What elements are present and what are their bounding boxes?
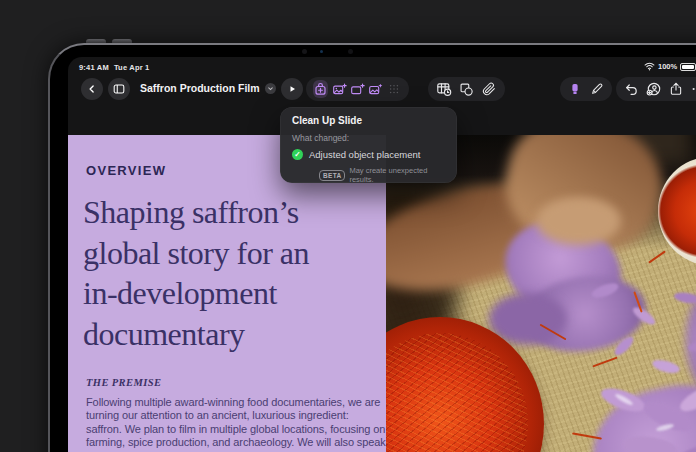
slide-subheading: THE PREMISE — [86, 377, 161, 388]
play-button[interactable] — [281, 78, 303, 100]
add-image-ai-button[interactable] — [331, 80, 346, 98]
ai-tools-group — [306, 77, 409, 101]
add-slide-ai-button[interactable] — [350, 80, 365, 98]
share-button[interactable] — [668, 80, 685, 98]
play-icon — [286, 83, 298, 95]
paperclip-icon — [482, 82, 496, 96]
pen-icon — [590, 82, 604, 96]
status-time-date: 9:41 AM Tue Apr 1 — [79, 63, 149, 72]
add-media-ai-button[interactable] — [368, 80, 383, 98]
pen-tool-button[interactable] — [589, 80, 606, 98]
front-camera — [302, 49, 307, 54]
status-indicators: 100% — [644, 62, 696, 71]
slide-navigator-button[interactable] — [108, 78, 130, 100]
photo-decoration — [536, 197, 621, 245]
headline-line: documentary — [83, 314, 309, 355]
clean-up-slide-button[interactable] — [313, 80, 328, 98]
status-time: 9:41 AM — [79, 63, 109, 72]
shapes-icon — [459, 82, 474, 97]
document-title[interactable]: Saffron Production Film — [140, 82, 276, 94]
draw-tools-group — [560, 77, 612, 101]
more-button[interactable] — [690, 80, 696, 98]
screen: 9:41 AM Tue Apr 1 100% — [68, 57, 696, 452]
headline-line: Shaping saffron’s — [83, 192, 309, 233]
checkmark-icon: ✓ — [292, 149, 303, 160]
media-sparkle-icon — [368, 82, 383, 97]
attachment-button[interactable] — [480, 80, 498, 98]
table-chart-button[interactable] — [435, 80, 453, 98]
clean-up-slide-popover: Clean Up Slide What changed: ✓ Adjusted … — [280, 107, 457, 183]
status-date: Tue Apr 1 — [114, 63, 150, 72]
share-icon — [669, 82, 683, 96]
table-clock-icon — [436, 81, 452, 97]
back-button[interactable] — [81, 78, 103, 100]
marker-icon — [568, 82, 582, 96]
battery-icon — [680, 63, 696, 71]
undo-icon — [624, 82, 639, 97]
image-sparkle-icon — [332, 82, 347, 97]
beta-badge: BETA — [319, 170, 345, 181]
insert-tools-group — [428, 77, 505, 101]
headline-line: global story for an — [83, 233, 309, 274]
more-tools-handle[interactable] — [387, 80, 402, 98]
headline-line: in-development — [83, 273, 309, 314]
ipad-device-frame: 9:41 AM Tue Apr 1 100% — [48, 43, 696, 452]
battery-percent: 100% — [658, 62, 677, 71]
beta-note: May create unexpected results. — [349, 166, 445, 184]
camera-sensor — [320, 50, 323, 53]
slide-navigator-icon — [112, 82, 126, 96]
actions-group — [616, 77, 696, 101]
popover-beta-row: BETA May create unexpected results. — [319, 166, 445, 184]
marker-tool-button[interactable] — [567, 80, 584, 98]
wifi-icon — [644, 62, 655, 71]
ellipsis-icon — [691, 82, 696, 96]
slide-headline: Shaping saffron’s global story for an in… — [83, 192, 309, 354]
popover-title: Clean Up Slide — [292, 115, 445, 126]
slide-eyebrow: OVERVIEW — [86, 163, 166, 178]
chevron-down-icon[interactable] — [265, 83, 276, 94]
document-title-label: Saffron Production Film — [140, 82, 260, 94]
stage: 9:41 AM Tue Apr 1 100% — [0, 0, 696, 452]
camera-sensor — [348, 49, 353, 54]
collaborate-button[interactable] — [645, 80, 662, 98]
slide-sparkle-icon — [350, 82, 365, 97]
collaborate-icon — [646, 81, 662, 97]
slide-body-text: Following multiple award-winning food do… — [86, 396, 386, 452]
popover-subtitle: What changed: — [292, 133, 445, 143]
shapes-button[interactable] — [458, 80, 476, 98]
popover-change-row: ✓ Adjusted object placement — [292, 149, 445, 160]
chevron-left-icon — [86, 83, 98, 95]
clean-up-slide-icon — [313, 82, 328, 97]
dots-grid-icon — [388, 83, 400, 95]
undo-button[interactable] — [623, 80, 640, 98]
popover-change-label: Adjusted object placement — [309, 149, 420, 160]
